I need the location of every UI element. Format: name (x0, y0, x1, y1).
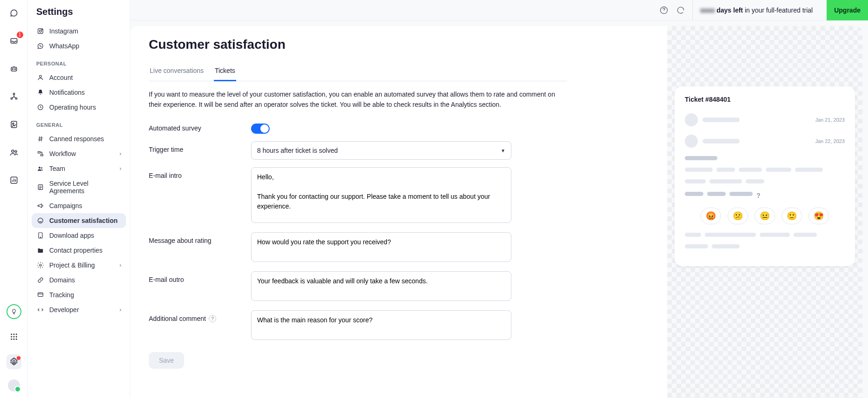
svg-point-14 (15, 333, 17, 335)
rating-emoji-5[interactable]: 😍 (808, 208, 829, 224)
sidebar-item-label: Contact properties (49, 247, 102, 254)
sidebar-item-label: Customer satisfaction (49, 217, 118, 224)
chevron-right-icon: › (119, 150, 121, 157)
select-trigger-time-value: 8 hours after ticket is solved (257, 147, 338, 154)
sidebar-item-customer-satisfaction[interactable]: Customer satisfaction (32, 213, 126, 228)
code-icon (36, 306, 45, 313)
svg-point-25 (40, 75, 42, 78)
rail-home-icon[interactable] (7, 6, 21, 20)
input-rating-message[interactable] (251, 232, 511, 262)
rail-tips-icon[interactable] (7, 304, 21, 319)
svg-point-19 (13, 339, 14, 340)
label-trigger-time: Trigger time (149, 141, 251, 153)
sidebar-item-developer[interactable]: Developer› (32, 302, 126, 317)
sidebar-item-whatsapp[interactable]: WhatsApp (32, 39, 126, 53)
svg-rect-0 (11, 39, 17, 43)
name-placeholder (702, 117, 740, 122)
preview-message-row: Jan 22, 2023 (685, 135, 845, 148)
sidebar-title: Settings (32, 7, 126, 24)
upgrade-button[interactable]: Upgrade (827, 0, 868, 20)
chevron-right-icon: › (119, 262, 121, 268)
rating-emoji-3[interactable]: 😐 (755, 208, 775, 224)
bell-icon (36, 89, 45, 96)
svg-point-34 (40, 237, 40, 237)
rail-user-avatar[interactable] (8, 379, 20, 391)
sidebar-item-campaigns[interactable]: Campaigns (32, 198, 126, 213)
select-trigger-time[interactable]: 8 hours after ticket is solved ▼ (251, 141, 511, 160)
input-additional-comment[interactable] (251, 310, 511, 340)
page-description: If you want to measure the level of your… (149, 90, 567, 110)
label-additional-comment: Additional comment? (149, 310, 251, 322)
sidebar-item-label: Notifications (49, 89, 85, 96)
sidebar-item-label: Canned responses (49, 135, 104, 143)
name-placeholder (702, 139, 740, 144)
sidebar-item-download-apps[interactable]: Download apps (32, 228, 126, 243)
chevron-right-icon: › (119, 165, 121, 172)
instagram-icon (36, 27, 45, 35)
rail-bot-icon[interactable] (7, 61, 21, 76)
svg-point-30 (41, 167, 42, 169)
svg-point-32 (38, 218, 43, 223)
sidebar-item-canned-responses[interactable]: Canned responses (32, 131, 126, 146)
svg-point-13 (13, 333, 14, 335)
sidebar-item-instagram[interactable]: Instagram (32, 24, 126, 39)
toggle-automated-survey[interactable] (251, 124, 270, 134)
preview-message-row: Jan 21, 2023 (685, 113, 845, 126)
avatar-placeholder (685, 135, 698, 148)
avatar-placeholder (685, 113, 698, 126)
sidebar-item-label: Domains (49, 276, 75, 284)
sidebar-item-label: Workflow (49, 150, 76, 157)
svg-rect-27 (38, 151, 40, 153)
help-icon[interactable] (659, 5, 669, 15)
rating-emoji-2[interactable]: 😕 (728, 208, 748, 224)
label-rating-message: Message about rating (149, 232, 251, 244)
svg-point-16 (13, 336, 14, 338)
preview-ticket-title: Ticket #848401 (685, 96, 845, 103)
chevron-down-icon: ▼ (501, 148, 505, 153)
rating-emoji-1[interactable]: 😡 (701, 208, 721, 224)
sidebar-item-workflow[interactable]: Workflow› (32, 146, 126, 161)
sidebar-item-label: WhatsApp (49, 42, 80, 50)
rail-inbox-icon[interactable]: 1 (7, 33, 21, 48)
sidebar-item-label: Operating hours (49, 104, 96, 111)
rail-settings-icon[interactable] (7, 354, 21, 369)
sidebar-item-account[interactable]: Account (32, 70, 126, 85)
hash-icon (36, 135, 45, 143)
rail-apps-icon[interactable] (7, 329, 21, 344)
rail-flows-icon[interactable] (7, 89, 21, 104)
help-tooltip-icon[interactable]: ? (209, 315, 216, 322)
rail-analytics-icon[interactable] (7, 173, 21, 188)
svg-point-4 (13, 93, 14, 95)
tab-live-conversations[interactable]: Live conversations (149, 63, 205, 81)
svg-point-35 (40, 264, 41, 266)
svg-point-10 (15, 150, 17, 152)
trial-status-text: xxxx days left in your full-featured tri… (692, 0, 820, 20)
sidebar-item-operating-hours[interactable]: Operating hours (32, 100, 126, 115)
rating-emoji-4[interactable]: 🙂 (782, 208, 802, 224)
save-button[interactable]: Save (149, 352, 184, 369)
sidebar-item-label: Download apps (49, 232, 94, 239)
input-email-outro[interactable] (251, 271, 511, 301)
sidebar-item-project-billing[interactable]: Project & Billing› (32, 258, 126, 273)
svg-point-9 (12, 150, 14, 152)
sidebar-item-contact-properties[interactable]: Contact properties (32, 243, 126, 258)
input-email-intro[interactable] (251, 167, 511, 223)
rail-library-icon[interactable] (7, 117, 21, 132)
sidebar-item-notifications[interactable]: Notifications (32, 85, 126, 100)
sidebar-item-label: Campaigns (49, 202, 82, 209)
tab-tickets[interactable]: Tickets (214, 63, 236, 81)
sidebar-section-general: GENERAL (32, 115, 126, 131)
sidebar-item-team[interactable]: Team› (32, 161, 126, 176)
svg-point-17 (15, 336, 17, 338)
sidebar-item-sla[interactable]: Service Level Agreements (32, 176, 126, 198)
sidebar-item-tracking[interactable]: Tracking (32, 287, 126, 302)
svg-point-24 (42, 29, 42, 30)
preview-rating-emojis: 😡 😕 😐 🙂 😍 (685, 208, 845, 224)
refresh-icon[interactable] (676, 5, 686, 15)
rail-contacts-icon[interactable] (7, 145, 21, 160)
user-icon (36, 74, 45, 81)
preview-rating-skeleton: ? (685, 192, 845, 199)
sla-icon (36, 183, 45, 191)
sidebar-item-domains[interactable]: Domains (32, 273, 126, 287)
link-icon (36, 276, 45, 284)
